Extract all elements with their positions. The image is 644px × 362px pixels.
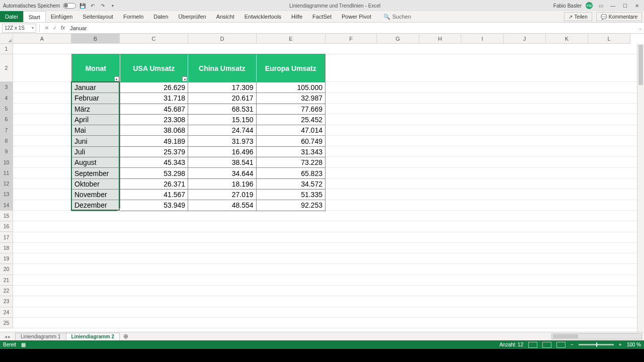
column-header-B[interactable]: B [71,34,120,44]
row-header-20[interactable]: 20 [0,264,13,275]
tell-me-search[interactable]: 🔍 Suchen [383,11,411,22]
zoom-in-button[interactable]: + [619,342,622,347]
cancel-formula-icon[interactable]: ✕ [43,24,51,32]
cell-europa[interactable]: 47.014 [257,125,325,135]
row-header-2[interactable]: 2 [0,54,13,82]
cell-month[interactable]: April [72,114,120,125]
row-header-22[interactable]: 22 [0,286,13,296]
ribbon-tab-entwicklertools[interactable]: Entwicklertools [239,11,286,22]
view-normal-button[interactable] [528,342,537,348]
cell-usa[interactable]: 23.308 [120,114,188,125]
cell-europa[interactable]: 32.987 [257,93,325,103]
ribbon-display-icon[interactable]: ▭ [597,2,605,10]
row-header-10[interactable]: 10 [0,157,13,167]
cell-month[interactable]: Juli [72,146,120,157]
sheet-nav[interactable]: ◂▸ [0,334,15,339]
row-header-8[interactable]: 8 [0,136,13,146]
ribbon-tab-einfügen[interactable]: Einfügen [46,11,77,22]
cell-china[interactable]: 18.196 [188,178,256,189]
cell-usa[interactable]: 45.343 [120,157,188,167]
share-button[interactable]: ↗ Teilen [564,12,592,21]
enter-formula-icon[interactable]: ✓ [51,24,59,32]
zoom-slider[interactable] [579,344,614,345]
view-pagebreak-button[interactable] [556,342,566,348]
ribbon-tab-datei[interactable]: Datei [0,11,23,22]
zoom-out-button[interactable]: − [571,342,574,347]
column-header-L[interactable]: L [588,34,630,44]
cell-china[interactable]: 31.973 [188,135,256,146]
row-header-15[interactable]: 15 [0,211,13,221]
table-header[interactable]: Europa Umsatz [257,54,325,82]
row-header-23[interactable]: 23 [0,296,13,307]
row-header-9[interactable]: 9 [0,146,13,157]
cell-usa[interactable]: 41.567 [120,189,188,200]
user-avatar[interactable]: FB [586,2,593,9]
row-header-17[interactable]: 17 [0,232,13,242]
filter-dropdown-icon[interactable]: ▾ [114,76,119,81]
column-header-E[interactable]: E [257,34,326,44]
minimize-button[interactable]: — [609,2,617,10]
save-icon[interactable]: 💾 [79,2,86,9]
cell-europa[interactable]: 65.823 [257,167,325,178]
cell-europa[interactable]: 105.000 [257,82,325,93]
table-row[interactable]: August45.34338.54173.228 [72,157,325,167]
worksheet-grid[interactable]: ABCDEFGHIJKL 123456789101112131415161718… [0,34,644,332]
row-header-19[interactable]: 19 [0,253,13,264]
table-row[interactable]: September53.29834.64465.823 [72,167,325,178]
cell-month[interactable]: August [72,157,120,167]
column-headers[interactable]: ABCDEFGHIJKL [13,34,637,44]
ribbon-tab-überprüfen[interactable]: Überprüfen [174,11,211,22]
redo-icon[interactable]: ↷ [99,2,106,9]
ribbon-tab-formeln[interactable]: Formeln [118,11,148,22]
select-all-button[interactable] [0,34,13,44]
row-header-11[interactable]: 11 [0,168,13,178]
cell-europa[interactable]: 73.228 [257,157,325,167]
cell-usa[interactable]: 31.718 [120,93,188,103]
cell-china[interactable]: 48.554 [188,200,256,210]
column-header-H[interactable]: H [419,34,461,44]
cell-month[interactable]: Mai [72,125,120,135]
cell-europa[interactable]: 25.452 [257,114,325,125]
comments-button[interactable]: 💬 Kommentare [596,12,642,21]
sheet-tab[interactable]: Liniendiagramm 1 [15,333,66,340]
name-box[interactable]: 12Z x 1S ▾ [2,24,36,33]
table-header[interactable]: Monat▾ [72,54,120,82]
row-headers[interactable]: 1234567891011121314151617181920212223242… [0,44,13,332]
cell-china[interactable]: 17.309 [188,82,256,93]
column-header-C[interactable]: C [120,34,188,44]
table-row[interactable]: Mai38.06824.74447.014 [72,125,325,135]
cell-usa[interactable]: 26.371 [120,178,188,189]
table-row[interactable]: Januar26.62917.309105.000 [72,82,325,93]
column-header-I[interactable]: I [461,34,504,44]
row-header-18[interactable]: 18 [0,243,13,253]
column-header-K[interactable]: K [546,34,588,44]
row-header-14[interactable]: 14 [0,200,13,211]
macro-record-icon[interactable]: ▦ [21,342,26,347]
ribbon-tab-hilfe[interactable]: Hilfe [286,11,307,22]
ribbon-tab-power pivot[interactable]: Power Pivot [337,11,376,22]
zoom-level[interactable]: 100 % [627,342,641,347]
table-row[interactable]: Februar31.71820.61732.987 [72,93,325,103]
new-sheet-button[interactable]: ⊕ [121,333,130,340]
column-header-F[interactable]: F [326,34,377,44]
cell-usa[interactable]: 53.298 [120,167,188,178]
row-header-13[interactable]: 13 [0,189,13,200]
ribbon-tab-seitenlayout[interactable]: Seitenlayout [77,11,118,22]
cell-china[interactable]: 16.496 [188,146,256,157]
cell-usa[interactable]: 45.687 [120,104,188,114]
cell-month[interactable]: Dezember [72,200,120,210]
column-header-G[interactable]: G [377,34,419,44]
ribbon-tab-factset[interactable]: FactSet [307,11,337,22]
insert-function-icon[interactable]: fx [59,24,67,32]
cell-china[interactable]: 68.531 [188,104,256,114]
table-row[interactable]: Dezember53.94948.55492.253 [72,200,325,210]
ribbon-tab-start[interactable]: Start [23,11,46,22]
cell-usa[interactable]: 38.068 [120,125,188,135]
table-row[interactable]: Juli25.37916.49631.343 [72,146,325,157]
row-header-4[interactable]: 4 [0,93,13,104]
cell-europa[interactable]: 34.572 [257,178,325,189]
cell-china[interactable]: 24.744 [188,125,256,135]
table-row[interactable]: März45.68768.53177.669 [72,104,325,114]
cell-europa[interactable]: 92.253 [257,200,325,210]
formula-input[interactable]: Januar [67,24,637,33]
